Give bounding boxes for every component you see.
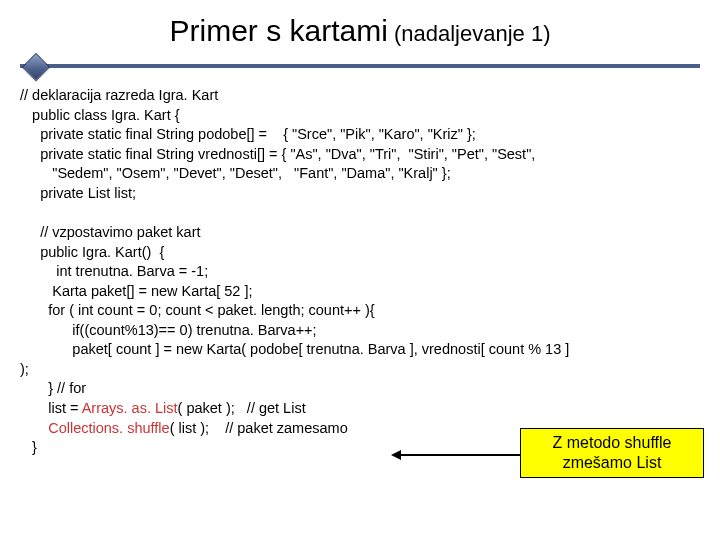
code-line: private List list;	[20, 184, 700, 204]
code-line: paket[ count ] = new Karta( podobe[ tren…	[20, 340, 700, 360]
code-line: public class Igra. Kart {	[20, 106, 700, 126]
page-title: Primer s kartami	[169, 14, 387, 47]
code-highlight: Arrays. as. List	[82, 400, 178, 416]
code-line: for ( int count = 0; count < paket. leng…	[20, 301, 700, 321]
code-highlight: Collections. shuffle	[48, 420, 169, 436]
slide: Primer s kartami (nadaljevanje 1) // dek…	[0, 0, 720, 540]
code-text: ( list ); // paket zamesamo	[170, 420, 348, 436]
code-line: private static final String podobe[] = {…	[20, 125, 700, 145]
code-line: );	[20, 360, 700, 380]
code-text: ( paket ); // get List	[178, 400, 306, 416]
code-line: private static final String vrednosti[] …	[20, 145, 700, 165]
code-line: public Igra. Kart() {	[20, 243, 700, 263]
title-row: Primer s kartami (nadaljevanje 1)	[20, 14, 700, 48]
code-block: // deklaracija razreda Igra. Kart public…	[20, 86, 700, 458]
code-blank	[20, 203, 700, 223]
code-line: } // for	[20, 379, 700, 399]
code-line: list = Arrays. as. List( paket ); // get…	[20, 399, 700, 419]
diamond-icon	[22, 53, 50, 81]
callout-line: zmešamo List	[563, 454, 662, 471]
code-line: if((count%13)== 0) trenutna. Barva++;	[20, 321, 700, 341]
title-rule	[20, 60, 700, 72]
code-line: // vzpostavimo paket kart	[20, 223, 700, 243]
code-line: // deklaracija razreda Igra. Kart	[20, 86, 700, 106]
callout-box: Z metodo shuffle zmešamo List	[520, 428, 704, 478]
code-line: int trenutna. Barva = -1;	[20, 262, 700, 282]
code-text: list =	[20, 400, 82, 416]
page-subtitle: (nadaljevanje 1)	[388, 21, 551, 46]
callout-line: Z metodo shuffle	[553, 434, 672, 451]
rule-line	[20, 64, 700, 68]
code-line: "Sedem", "Osem", "Devet", "Deset", "Fant…	[20, 164, 700, 184]
code-text	[20, 420, 48, 436]
arrow-left-icon	[400, 454, 520, 456]
code-line: Karta paket[] = new Karta[ 52 ];	[20, 282, 700, 302]
